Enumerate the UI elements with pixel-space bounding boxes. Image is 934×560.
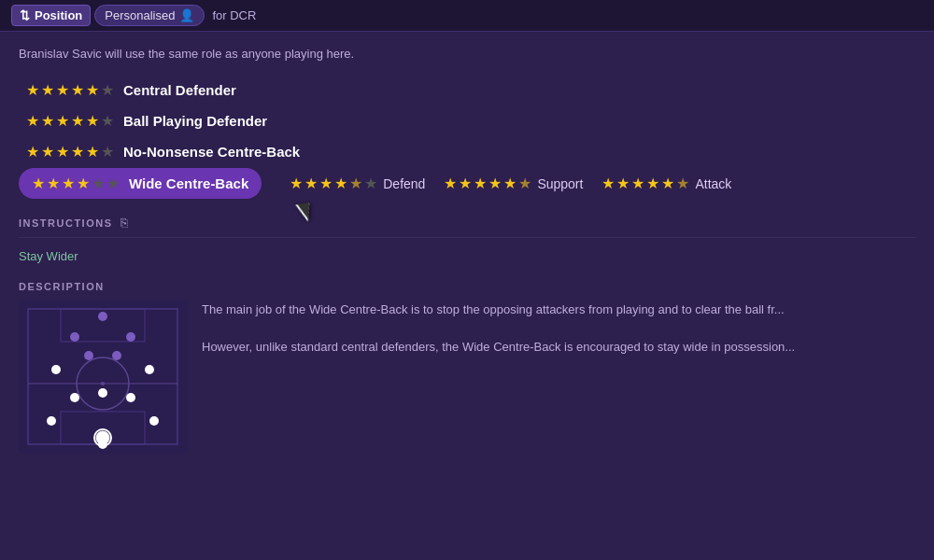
star: ★ <box>444 175 457 192</box>
svg-point-18 <box>84 351 93 360</box>
role-item-wide-centre-back-selected[interactable]: ★ ★ ★ ★ ★ ★ Wide Centre-Back <box>19 168 262 199</box>
star: ★ <box>32 175 45 192</box>
star: ★ <box>601 175 615 192</box>
main-content: Branislav Savic will use the same role a… <box>0 32 934 465</box>
for-dcr-label: for DCR <box>212 8 256 22</box>
star: ★ <box>47 175 60 192</box>
star-half: ★ <box>676 175 689 192</box>
copy-instructions-icon[interactable]: ⎘ <box>120 216 128 230</box>
svg-point-20 <box>96 431 109 444</box>
star-empty: ★ <box>101 81 114 99</box>
sub-option-attack[interactable]: ★ ★ ★ ★ ★ ★ Attack <box>601 175 731 192</box>
star: ★ <box>26 81 39 99</box>
description-body: The main job of the Wide Centre-Back is … <box>19 300 915 454</box>
svg-point-11 <box>126 393 135 402</box>
instructions-section-header: INSTRUCTIONS ⎘ <box>19 216 915 230</box>
role-item-ball-playing-defender[interactable]: ★ ★ ★ ★ ★ ★ Ball Playing Defender <box>19 106 915 135</box>
stars-no-nonsense: ★ ★ ★ ★ ★ ★ <box>26 143 114 161</box>
stars-defend: ★ ★ ★ ★ ★ ★ <box>290 175 377 192</box>
instructions-title: INSTRUCTIONS <box>19 217 113 229</box>
role-name-ball-playing-defender: Ball Playing Defender <box>123 113 267 129</box>
star-empty: ★ <box>364 175 377 192</box>
star: ★ <box>488 175 502 192</box>
defend-label: Defend <box>383 176 425 191</box>
position-button[interactable]: ⇅ Position <box>11 5 91 26</box>
instruction-stay-wider[interactable]: Stay Wider <box>19 249 78 263</box>
selected-row: ★ ★ ★ ★ ★ ★ Wide Centre-Back ★ ★ ★ ★ <box>19 168 915 199</box>
role-name-central-defender: Central Defender <box>123 82 236 98</box>
star: ★ <box>334 175 347 192</box>
description-section: DESCRIPTION <box>19 281 915 454</box>
svg-point-9 <box>149 416 159 426</box>
sub-option-defend[interactable]: ★ ★ ★ ★ ★ ★ Defend <box>290 175 425 192</box>
star-half: ★ <box>86 112 99 130</box>
star-half: ★ <box>518 175 531 192</box>
stars-central-defender: ★ ★ ★ ★ ★ ★ <box>26 81 114 99</box>
star: ★ <box>459 175 472 192</box>
star-empty: ★ <box>101 143 114 161</box>
role-item-no-nonsense[interactable]: ★ ★ ★ ★ ★ ★ No-Nonsense Centre-Back <box>19 137 915 166</box>
svg-point-8 <box>47 416 56 426</box>
sort-icon: ⇅ <box>20 8 30 22</box>
header-bar: ⇅ Position Personalised 👤 for DCR <box>0 0 934 32</box>
star: ★ <box>319 175 333 192</box>
star: ★ <box>62 175 75 192</box>
svg-rect-0 <box>19 300 187 454</box>
description-text-1: The main job of the Wide Centre-Back is … <box>202 300 795 320</box>
stars-ball-playing-defender: ★ ★ ★ ★ ★ ★ <box>26 112 114 130</box>
role-name-wide-centre-back: Wide Centre-Back <box>129 175 248 191</box>
star-empty: ★ <box>101 112 114 130</box>
role-item-central-defender[interactable]: ★ ★ ★ ★ ★ ★ Central Defender <box>19 76 915 105</box>
person-icon: 👤 <box>179 8 194 22</box>
star-empty: ★ <box>92 175 105 192</box>
role-name-no-nonsense: No-Nonsense Centre-Back <box>123 144 300 160</box>
role-list: ★ ★ ★ ★ ★ ★ Central Defender ★ ★ ★ ★ ★ ★… <box>19 76 915 199</box>
star: ★ <box>631 175 644 192</box>
description-title: DESCRIPTION <box>19 281 105 292</box>
svg-point-19 <box>112 351 121 360</box>
sub-option-support[interactable]: ★ ★ ★ ★ ★ ★ Support <box>444 175 583 192</box>
star: ★ <box>503 175 517 192</box>
star: ★ <box>661 175 674 192</box>
description-section-header: DESCRIPTION <box>19 281 915 292</box>
svg-point-14 <box>145 365 154 374</box>
personalised-button[interactable]: Personalised 👤 <box>94 5 205 26</box>
star: ★ <box>56 143 69 161</box>
star: ★ <box>71 112 84 130</box>
star: ★ <box>77 175 90 192</box>
svg-point-16 <box>70 332 79 342</box>
star-half: ★ <box>349 175 362 192</box>
star: ★ <box>26 112 39 130</box>
star: ★ <box>646 175 659 192</box>
star-empty: ★ <box>106 175 120 192</box>
sub-options: ★ ★ ★ ★ ★ ★ Defend ★ ★ ★ ★ <box>290 175 731 192</box>
stars-attack: ★ ★ ★ ★ ★ ★ <box>601 175 689 192</box>
star: ★ <box>474 175 487 192</box>
star-half: ★ <box>86 81 99 99</box>
svg-point-12 <box>98 388 107 398</box>
personalised-label: Personalised <box>105 8 175 22</box>
svg-point-15 <box>98 312 107 321</box>
stars-wide-centre-back: ★ ★ ★ ★ ★ ★ <box>32 175 120 192</box>
star: ★ <box>41 81 54 99</box>
star: ★ <box>26 143 39 161</box>
description-text-2: However, unlike standard central defende… <box>202 337 795 357</box>
star: ★ <box>290 175 303 192</box>
instructions-divider <box>19 237 915 238</box>
svg-point-13 <box>51 365 61 374</box>
star-half: ★ <box>86 143 99 161</box>
star: ★ <box>41 143 54 161</box>
attack-label: Attack <box>695 176 731 191</box>
support-label: Support <box>537 176 583 191</box>
svg-point-10 <box>70 393 79 402</box>
star: ★ <box>56 112 69 130</box>
star: ★ <box>56 81 69 99</box>
subtitle-text: Branislav Savic will use the same role a… <box>19 47 915 61</box>
field-diagram <box>19 300 187 454</box>
position-label: Position <box>35 8 82 22</box>
svg-point-17 <box>126 332 135 342</box>
star: ★ <box>304 175 318 192</box>
star: ★ <box>71 143 84 161</box>
star: ★ <box>71 81 84 99</box>
description-text-container: The main job of the Wide Centre-Back is … <box>202 300 795 454</box>
